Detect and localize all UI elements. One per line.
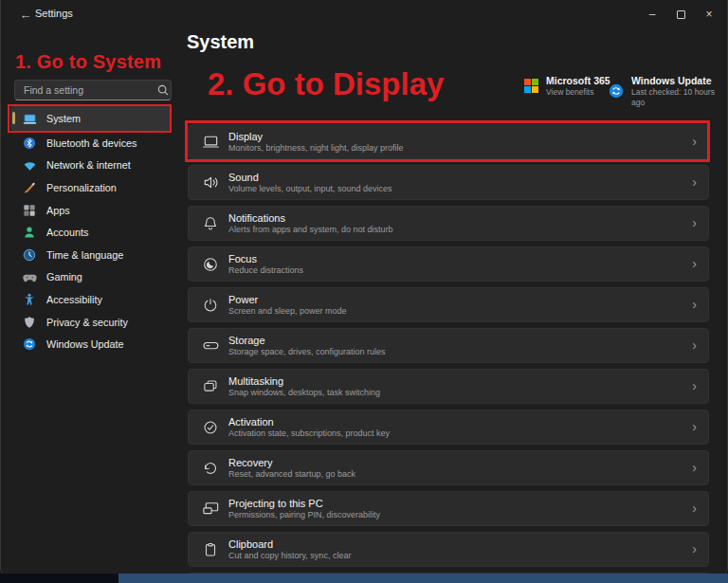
windows-update-card[interactable]: Windows Update Last checked: 10 hours ag…	[609, 75, 727, 107]
chevron-right-icon: ›	[692, 338, 697, 354]
search-box[interactable]	[14, 80, 172, 100]
back-arrow-icon: ←	[20, 8, 32, 22]
chevron-right-icon: ›	[692, 257, 697, 272]
sidebar-item-label: Accounts	[46, 227, 88, 238]
accent-pill	[12, 112, 15, 124]
chevron-right-icon: ›	[692, 379, 697, 394]
sidebar-item-system[interactable]: System	[10, 106, 172, 131]
maximize-icon	[677, 10, 685, 19]
main-panel: System 2. Go to Display Microsoft 365 Vi…	[181, 28, 727, 575]
sidebar-item-gaming[interactable]: Gaming	[10, 266, 172, 289]
settings-row-title: Power	[228, 294, 683, 306]
microsoft-logo-icon	[524, 79, 538, 93]
settings-row-title: Focus	[228, 253, 683, 265]
personalization-icon	[22, 180, 37, 195]
desktop-background-strip	[0, 574, 728, 583]
recovery-icon	[201, 459, 220, 478]
accounts-icon	[22, 225, 37, 240]
sidebar-item-label: Accessibility	[46, 294, 102, 305]
microsoft-365-subtitle: View benefits	[546, 87, 610, 98]
back-button[interactable]: ←	[14, 4, 37, 25]
settings-row-projecting-to-this-pc[interactable]: Projecting to this PC Permissions, pairi…	[188, 491, 709, 526]
settings-row-display[interactable]: Display Monitors, brightness, night ligh…	[188, 124, 709, 159]
settings-row-subtitle: Monitors, brightness, night light, displ…	[228, 143, 683, 153]
gaming-icon	[22, 269, 37, 284]
settings-row-subtitle: Volume levels, output, input, sound devi…	[228, 184, 683, 193]
sidebar-item-label: Gaming	[46, 271, 82, 282]
settings-row-focus[interactable]: Focus Reduce distractions ›	[188, 246, 709, 282]
settings-row-title: Storage	[228, 335, 683, 347]
settings-row-title: Multitasking	[228, 375, 683, 388]
sidebar-item-windows-update[interactable]: Windows Update	[10, 333, 172, 355]
minimize-icon: –	[649, 8, 656, 21]
annotation-step1: 1. Go to System	[15, 51, 161, 73]
settings-row-subtitle: Activation state, subscriptions, product…	[228, 428, 683, 438]
settings-row-subtitle: Permissions, pairing PIN, discoverabilit…	[228, 510, 683, 519]
chevron-right-icon: ›	[692, 216, 697, 231]
storage-icon	[201, 337, 220, 355]
settings-rows: Display Monitors, brightness, night ligh…	[188, 124, 709, 575]
search-input[interactable]	[15, 84, 157, 96]
settings-row-power[interactable]: Power Screen and sleep, power mode ›	[188, 287, 709, 322]
apps-icon	[22, 203, 37, 218]
sidebar-item-accessibility[interactable]: Accessibility	[10, 288, 172, 311]
settings-row-title: Activation	[228, 416, 683, 428]
sidebar-item-label: Personalization	[46, 182, 117, 193]
notifications-icon	[201, 214, 220, 233]
sidebar-item-time-language[interactable]: Time & language	[10, 244, 172, 266]
time-language-icon	[22, 247, 37, 263]
clipboard-icon	[201, 540, 220, 559]
bluetooth-icon	[22, 136, 37, 151]
settings-row-activation[interactable]: Activation Activation state, subscriptio…	[188, 410, 709, 445]
sidebar-item-accounts[interactable]: Accounts	[10, 221, 172, 244]
sidebar-item-bluetooth-devices[interactable]: Bluetooth & devices	[10, 132, 172, 155]
chevron-right-icon: ›	[692, 501, 697, 517]
system-icon	[22, 111, 37, 126]
settings-row-subtitle: Reset, advanced startup, go back	[228, 469, 683, 479]
window-controls: – ×	[638, 0, 723, 28]
sidebar-item-label: Bluetooth & devices	[46, 137, 136, 149]
settings-row-clipboard[interactable]: Clipboard Cut and copy history, sync, cl…	[188, 532, 709, 567]
power-icon	[201, 296, 220, 315]
sidebar-item-apps[interactable]: Apps	[10, 199, 172, 222]
settings-row-title: Projecting to this PC	[228, 498, 683, 510]
accessibility-icon	[22, 292, 37, 307]
windows-update-subtitle: Last checked: 10 hours ago	[631, 87, 727, 107]
close-button[interactable]: ×	[695, 0, 723, 28]
settings-row-sound[interactable]: Sound Volume levels, output, input, soun…	[188, 165, 709, 200]
settings-row-notifications[interactable]: Notifications Alerts from apps and syste…	[188, 206, 709, 241]
settings-row-subtitle: Cut and copy history, sync, clear	[228, 551, 683, 560]
maximize-button[interactable]	[666, 0, 695, 28]
chevron-right-icon: ›	[692, 135, 697, 150]
sidebar-item-personalization[interactable]: Personalization	[10, 176, 172, 199]
minimize-button[interactable]: –	[638, 0, 666, 28]
sidebar-item-label: Time & language	[46, 249, 123, 261]
display-icon	[201, 133, 220, 152]
settings-row-subtitle: Storage space, drives, configuration rul…	[228, 347, 683, 356]
settings-row-multitasking[interactable]: Multitasking Snap windows, desktops, tas…	[188, 369, 709, 404]
chevron-right-icon: ›	[692, 298, 697, 313]
sidebar-item-network-internet[interactable]: Network & internet	[10, 155, 172, 177]
settings-window: ← Settings – × 1. Go to System	[0, 0, 728, 576]
chevron-right-icon: ›	[692, 461, 697, 476]
sidebar-nav: System Bluetooth & devices Network & int…	[10, 106, 172, 355]
settings-row-subtitle: Alerts from apps and system, do not dist…	[228, 225, 683, 234]
network-icon	[22, 157, 37, 173]
settings-row-subtitle: Screen and sleep, power mode	[228, 306, 683, 316]
microsoft-365-card[interactable]: Microsoft 365 View benefits	[524, 75, 610, 98]
settings-row-title: Recovery	[228, 457, 683, 469]
settings-row-subtitle: Reduce distractions	[228, 265, 683, 275]
title-bar[interactable]: ← Settings – ×	[1, 0, 727, 28]
microsoft-365-title: Microsoft 365	[546, 75, 610, 87]
projecting-icon	[201, 500, 220, 519]
chevron-right-icon: ›	[692, 420, 697, 435]
sidebar-item-privacy-security[interactable]: Privacy & security	[10, 311, 172, 334]
privacy-security-icon	[22, 315, 37, 330]
settings-row-recovery[interactable]: Recovery Reset, advanced startup, go bac…	[188, 450, 709, 485]
search-icon	[157, 84, 169, 96]
page-title: System	[187, 31, 254, 53]
settings-row-title: Notifications	[228, 212, 683, 225]
settings-row-title: Clipboard	[228, 538, 683, 551]
settings-row-storage[interactable]: Storage Storage space, drives, configura…	[188, 328, 709, 363]
settings-row-title: Sound	[228, 172, 683, 184]
